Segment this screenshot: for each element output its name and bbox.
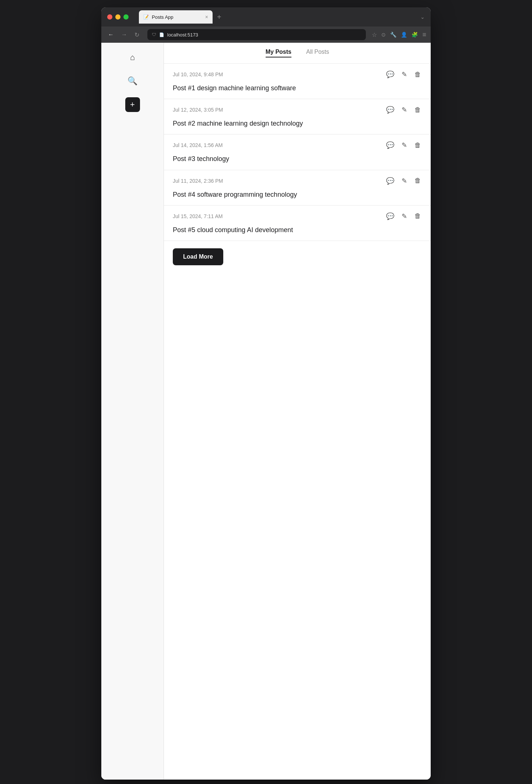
delete-button[interactable]: 🗑 [414, 141, 422, 150]
post-title: Post #1 design machine learning software [173, 84, 422, 93]
edit-button[interactable]: ✎ [401, 140, 408, 150]
post-item: Jul 10, 2024, 9:48 PM 💬 ✎ 🗑 Post #1 desi… [164, 64, 431, 99]
account-icon[interactable]: 👤 [401, 32, 407, 38]
post-title: Post #4 software programming technology [173, 190, 422, 199]
delete-button[interactable]: 🗑 [414, 105, 422, 115]
edit-button[interactable]: ✎ [401, 105, 408, 115]
edit-button[interactable]: ✎ [401, 176, 408, 186]
load-more-button[interactable]: Load More [173, 248, 223, 265]
address-bar[interactable]: 🛡 📄 localhost:5173 [147, 29, 366, 40]
shield-icon: 🛡 [152, 32, 156, 37]
edit-button[interactable]: ✎ [401, 211, 408, 221]
post-title: Post #2 machine learning design technolo… [173, 119, 422, 128]
tab-close-button[interactable]: × [205, 14, 208, 20]
post-item: Jul 14, 2024, 1:56 AM 💬 ✎ 🗑 Post #3 tech… [164, 134, 431, 170]
browser-tab-active[interactable]: 📝 Posts App × [139, 10, 213, 24]
minimize-traffic-light[interactable] [115, 14, 120, 20]
post-date: Jul 11, 2024, 2:36 PM [173, 178, 223, 184]
pocket-icon[interactable]: ⊙ [381, 32, 386, 38]
comment-button[interactable]: 💬 [385, 176, 395, 186]
home-icon: ⌂ [130, 53, 135, 62]
post-date: Jul 12, 2024, 3:05 PM [173, 107, 223, 113]
delete-button[interactable]: 🗑 [414, 211, 422, 221]
post-item: Jul 12, 2024, 3:05 PM 💬 ✎ 🗑 Post #2 mach… [164, 99, 431, 134]
tab-title: Posts App [152, 14, 174, 20]
sidebar: ⌂ 🔍 + [101, 43, 164, 780]
add-icon: + [130, 100, 135, 109]
sidebar-search-button[interactable]: 🔍 [125, 74, 140, 88]
tab-my-posts[interactable]: My Posts [266, 49, 291, 57]
refresh-button[interactable]: ↻ [132, 30, 141, 40]
main-content: My Posts All Posts Jul 10, 2024, 9:48 PM… [164, 43, 431, 780]
post-title: Post #3 technology [173, 154, 422, 164]
new-tab-button[interactable]: + [217, 13, 221, 21]
delete-button[interactable]: 🗑 [414, 176, 422, 185]
post-actions: 💬 ✎ 🗑 [385, 140, 422, 150]
delete-button[interactable]: 🗑 [414, 70, 422, 79]
lock-icon: 📄 [159, 32, 164, 37]
comment-button[interactable]: 💬 [385, 70, 395, 79]
post-header: Jul 11, 2024, 2:36 PM 💬 ✎ 🗑 [173, 176, 422, 186]
browser-navbar: ← → ↻ 🛡 📄 localhost:5173 ☆ ⊙ 🔧 👤 🧩 ≡ [101, 27, 431, 43]
post-header: Jul 15, 2024, 7:11 AM 💬 ✎ 🗑 [173, 211, 422, 221]
sidebar-home-button[interactable]: ⌂ [125, 50, 140, 65]
post-header: Jul 12, 2024, 3:05 PM 💬 ✎ 🗑 [173, 105, 422, 115]
post-item: Jul 15, 2024, 7:11 AM 💬 ✎ 🗑 Post #5 clou… [164, 206, 431, 241]
post-date: Jul 15, 2024, 7:11 AM [173, 213, 223, 219]
tab-favicon: 📝 [143, 14, 149, 20]
post-actions: 💬 ✎ 🗑 [385, 70, 422, 79]
post-date: Jul 14, 2024, 1:56 AM [173, 142, 223, 148]
address-text: localhost:5173 [167, 32, 198, 38]
forward-button[interactable]: → [119, 30, 129, 39]
bookmark-icon[interactable]: ☆ [372, 31, 377, 38]
traffic-lights [107, 14, 129, 20]
post-header: Jul 14, 2024, 1:56 AM 💬 ✎ 🗑 [173, 140, 422, 150]
post-actions: 💬 ✎ 🗑 [385, 105, 422, 115]
comment-button[interactable]: 💬 [385, 140, 395, 150]
app-content: ⌂ 🔍 + My Posts All Posts Jul 10, 2024 [101, 43, 431, 780]
tabs-header: My Posts All Posts [164, 43, 431, 64]
browser-titlebar: 📝 Posts App × + ⌄ [101, 7, 431, 27]
post-actions: 💬 ✎ 🗑 [385, 176, 422, 186]
edit-button[interactable]: ✎ [401, 70, 408, 79]
menu-icon[interactable]: ≡ [422, 31, 426, 39]
sidebar-add-button[interactable]: + [125, 97, 140, 112]
load-more-container: Load More [164, 241, 431, 273]
extensions-icon[interactable]: 🧩 [412, 32, 418, 38]
nav-icons: ☆ ⊙ 🔧 👤 🧩 ≡ [372, 31, 426, 39]
post-title: Post #5 cloud computing AI development [173, 225, 422, 235]
tools-icon[interactable]: 🔧 [390, 32, 396, 38]
close-traffic-light[interactable] [107, 14, 112, 20]
back-button[interactable]: ← [106, 30, 116, 39]
browser-window: 📝 Posts App × + ⌄ ← → ↻ 🛡 📄 localhost:51… [101, 7, 431, 780]
post-header: Jul 10, 2024, 9:48 PM 💬 ✎ 🗑 [173, 70, 422, 79]
post-date: Jul 10, 2024, 9:48 PM [173, 71, 223, 77]
comment-button[interactable]: 💬 [385, 211, 395, 221]
tab-bar: 📝 Posts App × + ⌄ [139, 10, 425, 24]
search-icon: 🔍 [127, 76, 137, 86]
post-item: Jul 11, 2024, 2:36 PM 💬 ✎ 🗑 Post #4 soft… [164, 170, 431, 206]
tab-dropdown-button[interactable]: ⌄ [420, 14, 425, 20]
maximize-traffic-light[interactable] [123, 14, 129, 20]
tab-all-posts[interactable]: All Posts [306, 49, 329, 57]
post-actions: 💬 ✎ 🗑 [385, 211, 422, 221]
comment-button[interactable]: 💬 [385, 105, 395, 115]
posts-list: Jul 10, 2024, 9:48 PM 💬 ✎ 🗑 Post #1 desi… [164, 64, 431, 241]
